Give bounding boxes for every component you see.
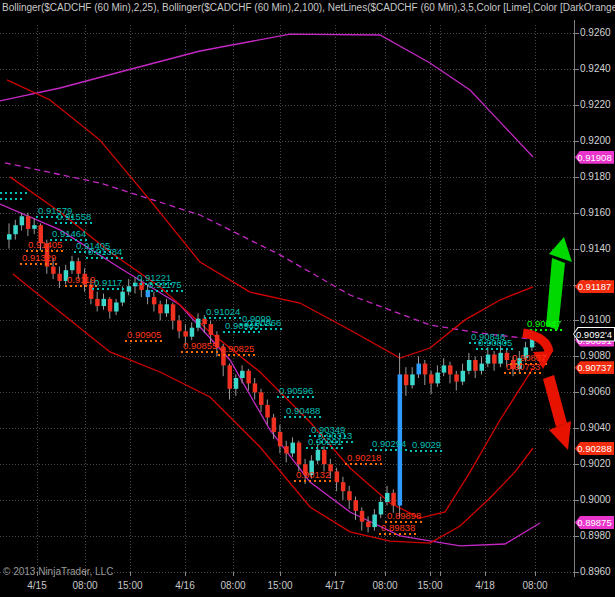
netline-label: 0.9117 xyxy=(94,277,122,288)
candle-body xyxy=(291,443,296,454)
price-tick-label[interactable]: 0.9160 xyxy=(580,207,611,218)
candle-body xyxy=(417,364,422,375)
candle-body xyxy=(354,500,359,511)
candle-body xyxy=(183,331,188,336)
candle-body xyxy=(259,392,264,405)
candle-body xyxy=(190,328,195,337)
candle-body xyxy=(385,493,390,502)
netline-label: 0.90291 xyxy=(308,436,342,447)
time-axis-label[interactable]: 08:00 xyxy=(216,580,250,591)
candle-body xyxy=(505,353,510,360)
green-up-arrow[interactable] xyxy=(546,237,572,330)
price-tick-label[interactable]: 0.9200 xyxy=(580,135,611,146)
red-down-arrow[interactable] xyxy=(523,333,571,450)
candle-body xyxy=(20,216,25,225)
ninjatrader-chart-window: Bollinger($CADCHF (60 Min),2,25), Bollin… xyxy=(0,0,615,597)
candle-body xyxy=(253,383,258,392)
candle-body xyxy=(246,371,251,384)
price-tick-label[interactable]: 0.9100 xyxy=(580,314,611,325)
netline-label: 0.89898 xyxy=(387,510,421,521)
candle-body xyxy=(454,374,459,381)
candle-body xyxy=(316,450,321,461)
chart-plot-area[interactable] xyxy=(0,0,615,597)
candle-body xyxy=(461,371,466,382)
candle-body xyxy=(165,304,170,313)
netline-label: 0.90805 xyxy=(478,337,512,348)
candle-body xyxy=(228,365,233,388)
candle-body xyxy=(177,321,182,332)
candle-body xyxy=(196,319,201,328)
price-marker-badge: 0.89875 xyxy=(575,516,614,529)
bollinger-bands xyxy=(0,34,540,546)
candle-body xyxy=(265,405,270,418)
price-tick-label[interactable]: 0.8980 xyxy=(580,530,611,541)
time-axis-label[interactable]: 08:00 xyxy=(68,580,102,591)
candle-body xyxy=(480,364,485,371)
candle-body xyxy=(108,299,113,312)
candle-body xyxy=(297,443,302,465)
candle-body xyxy=(51,267,56,274)
candle-body xyxy=(127,286,132,291)
time-axis-label[interactable]: 4/16 xyxy=(168,580,202,591)
gridlines xyxy=(0,20,579,577)
candle-body xyxy=(120,292,125,303)
time-axis-label[interactable]: 15:00 xyxy=(113,580,147,591)
bollinger25-lower xyxy=(13,274,533,543)
netline-label: 0.91405 xyxy=(28,239,62,250)
netline-label: 0.91384 xyxy=(88,246,122,257)
candle-body xyxy=(379,502,384,515)
netline-label: 0.90218 xyxy=(347,452,381,463)
candle-body xyxy=(32,225,37,229)
time-axis-label[interactable]: 08:00 xyxy=(518,580,552,591)
candle-body xyxy=(202,319,207,324)
price-tick-label[interactable]: 0.9060 xyxy=(580,386,611,397)
time-axis-label[interactable]: 4/18 xyxy=(468,580,502,591)
netline-label: 0.91464 xyxy=(52,228,86,239)
price-marker-badge: 0.90288 xyxy=(575,442,614,455)
bollinger100-upper xyxy=(0,34,533,157)
candle-body xyxy=(391,493,396,506)
candle-body xyxy=(57,274,62,281)
candle-body xyxy=(335,471,340,482)
candle-body xyxy=(486,355,491,364)
time-axis-label[interactable]: 4/17 xyxy=(318,580,352,591)
price-marker-badge: 0.91908 xyxy=(575,151,614,164)
candle-body xyxy=(209,324,214,335)
candle-body xyxy=(70,261,75,270)
candle-body xyxy=(95,299,100,306)
candle-body xyxy=(152,297,157,304)
time-axis-label[interactable]: 15:00 xyxy=(413,580,447,591)
candle-body xyxy=(284,446,289,453)
price-tick-label[interactable]: 0.9000 xyxy=(580,494,611,505)
price-tick-label[interactable]: 0.9080 xyxy=(580,350,611,361)
candle-body xyxy=(322,450,327,464)
time-axis-label[interactable]: 08:00 xyxy=(368,580,402,591)
price-tick-label[interactable]: 0.9020 xyxy=(580,458,611,469)
price-tick-label[interactable]: 0.9260 xyxy=(580,27,611,38)
price-tick-label[interactable]: 0.9180 xyxy=(580,171,611,182)
price-tick-label[interactable]: 0.9220 xyxy=(580,99,611,110)
time-axis-label[interactable]: 4/15 xyxy=(20,580,54,591)
price-tick-label[interactable]: 0.9140 xyxy=(580,243,611,254)
candle-body xyxy=(234,378,239,389)
netline-label: 0.89838 xyxy=(381,522,415,533)
price-tick-label[interactable]: 0.8960 xyxy=(580,566,611,577)
netline-label: 0.90733 xyxy=(506,361,540,372)
candle-body xyxy=(240,371,245,378)
netline-label: 0.90855 xyxy=(183,340,217,351)
candles xyxy=(7,213,534,533)
time-axis-label[interactable]: 15:00 xyxy=(263,580,297,591)
candle-body xyxy=(423,364,428,375)
netline-label: 0.9119 xyxy=(67,274,95,285)
candle-body xyxy=(366,522,371,527)
price-tick-label[interactable]: 0.9240 xyxy=(580,63,611,74)
candle-body xyxy=(272,418,277,432)
candle-body xyxy=(76,261,81,274)
bollinger100-lower xyxy=(0,204,540,546)
price-tick-label[interactable]: 0.9040 xyxy=(580,422,611,433)
candle-body xyxy=(341,482,346,491)
candle-body xyxy=(26,216,31,229)
price-marker-badge: 0.91187 xyxy=(575,280,614,293)
candle-body xyxy=(372,515,377,528)
netline-label: 0.91024 xyxy=(206,306,240,317)
